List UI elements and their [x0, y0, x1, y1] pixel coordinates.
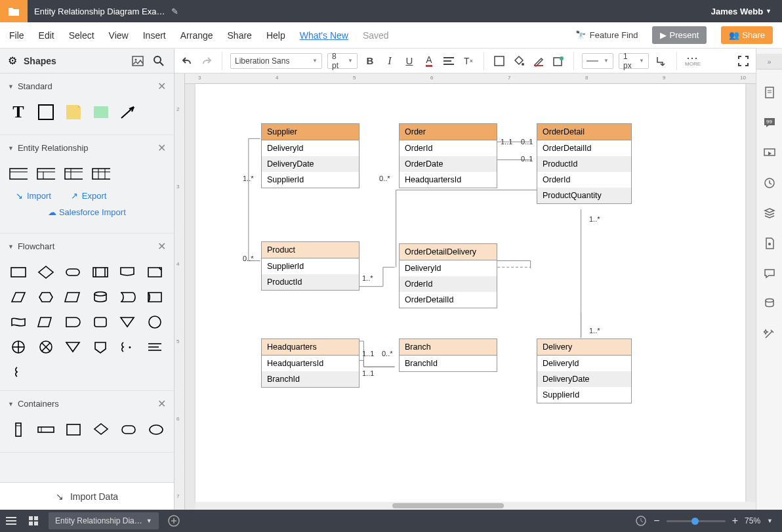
er-shape-1[interactable] — [9, 165, 28, 183]
fill-color-button[interactable] — [512, 54, 526, 68]
autosave-icon[interactable] — [635, 515, 647, 527]
menu-share[interactable]: Share — [228, 30, 252, 41]
text-color-button[interactable]: A — [422, 54, 436, 68]
entity-orderdetail[interactable]: OrderDetail OrderDetailId ProductId Orde… — [537, 123, 632, 204]
comment-icon[interactable]: 99 — [762, 115, 777, 130]
present-button[interactable]: ▶Present — [652, 26, 707, 44]
menu-help[interactable]: Help — [266, 30, 285, 41]
flowchart-shape[interactable] — [64, 288, 82, 306]
document-title[interactable]: Entity Relationship Diagram Exa… — [28, 7, 171, 16]
folder-icon[interactable] — [0, 0, 28, 22]
entity-product[interactable]: Product SupplierId ProductId — [261, 241, 360, 291]
flowchart-shape[interactable] — [91, 288, 110, 306]
chat-icon[interactable] — [762, 266, 777, 281]
flowchart-shape[interactable] — [37, 263, 55, 281]
flowchart-shape[interactable] — [37, 313, 55, 331]
flowchart-shape[interactable] — [9, 263, 28, 281]
er-shape-3[interactable] — [64, 165, 83, 183]
gear-icon[interactable]: ⚙ — [8, 54, 17, 67]
flowchart-shape[interactable] — [118, 263, 136, 281]
page-tab[interactable]: Entity Relationship Dia…▼ — [49, 512, 159, 529]
flowchart-shape[interactable] — [64, 313, 82, 331]
image-icon[interactable] — [131, 54, 145, 68]
history-icon[interactable] — [762, 176, 777, 190]
shape-fill-button[interactable] — [492, 54, 506, 68]
master-icon[interactable] — [762, 236, 777, 251]
canvas[interactable]: 345678910 — [185, 73, 756, 510]
menu-arrange[interactable]: Arrange — [180, 30, 213, 41]
menu-file[interactable]: File — [9, 30, 24, 41]
er-shape-4[interactable] — [92, 165, 110, 183]
flowchart-shape[interactable] — [146, 288, 164, 306]
share-button[interactable]: 👥Share — [721, 26, 773, 44]
panel-standard-header[interactable]: ▼Standard✕ — [0, 73, 174, 99]
import-link[interactable]: ↘Import — [16, 191, 51, 201]
entity-order[interactable]: Order OrderId OrderDate HeadquartersId — [399, 123, 497, 188]
flowchart-shape[interactable] — [146, 263, 164, 281]
flowchart-shape[interactable] — [118, 313, 136, 331]
rect-shape[interactable] — [37, 103, 55, 121]
close-icon[interactable]: ✕ — [157, 240, 166, 253]
import-data-button[interactable]: ↘Import Data — [0, 482, 174, 510]
close-icon[interactable]: ✕ — [157, 142, 166, 154]
zoom-slider[interactable] — [667, 520, 726, 522]
user-menu[interactable]: James Webb▼ — [701, 7, 782, 16]
flowchart-shape[interactable] — [146, 313, 164, 331]
line-route-button[interactable] — [654, 54, 669, 68]
flowchart-shape[interactable] — [91, 313, 110, 331]
more-button[interactable]: ⋯MORE — [685, 54, 701, 67]
list-view-button[interactable] — [0, 516, 22, 525]
font-size-select[interactable]: 8 pt — [327, 53, 358, 69]
page[interactable]: Supplier DeliveryId DeliveryDate Supplie… — [196, 84, 745, 502]
panel-containers-header[interactable]: ▼Containers✕ — [0, 391, 174, 417]
grid-view-button[interactable] — [22, 516, 45, 525]
underline-button[interactable]: U — [402, 54, 417, 68]
line-style-select[interactable] — [582, 53, 613, 69]
page-icon[interactable] — [762, 85, 777, 100]
undo-button[interactable] — [180, 54, 194, 68]
shape-style-button[interactable] — [551, 54, 566, 68]
data-icon[interactable] — [762, 297, 777, 311]
close-icon[interactable]: ✕ — [157, 398, 166, 410]
flowchart-shape[interactable] — [118, 288, 136, 306]
entity-supplier[interactable]: Supplier DeliveryId DeliveryDate Supplie… — [261, 123, 360, 188]
entity-branch[interactable]: Branch BranchId — [399, 338, 497, 372]
presentation-icon[interactable] — [762, 146, 777, 160]
add-page-button[interactable] — [163, 515, 185, 527]
close-icon[interactable]: ✕ — [157, 80, 166, 92]
export-link[interactable]: ↗Export — [71, 191, 107, 201]
font-select[interactable]: Liberation Sans — [230, 53, 322, 69]
flowchart-shape[interactable] — [91, 263, 110, 281]
text-shape[interactable]: T — [9, 103, 28, 121]
arrow-shape[interactable] — [119, 103, 138, 121]
panel-flowchart-header[interactable]: ▼Flowchart✕ — [0, 234, 174, 259]
pencil-icon[interactable]: ✎ — [171, 7, 184, 16]
layers-icon[interactable] — [762, 206, 777, 220]
container-shape[interactable] — [37, 420, 55, 439]
flowchart-shape[interactable] — [91, 338, 110, 356]
block-shape[interactable] — [92, 103, 110, 121]
search-icon[interactable] — [152, 54, 166, 68]
salesforce-import-link[interactable]: ☁ Salesforce Import — [9, 205, 165, 224]
flowchart-shape[interactable] — [9, 363, 28, 381]
flowchart-shape[interactable] — [9, 288, 28, 306]
collapse-dock-button[interactable]: » — [756, 54, 782, 70]
clear-format-button[interactable]: T× — [461, 54, 476, 68]
entity-delivery[interactable]: Delivery DeliveryId DeliveryDate Supplie… — [537, 338, 632, 403]
italic-button[interactable]: I — [382, 54, 397, 68]
bold-button[interactable]: B — [363, 54, 377, 68]
container-shape[interactable] — [9, 420, 28, 439]
zoom-level[interactable]: 75% — [745, 516, 760, 525]
container-shape[interactable] — [92, 420, 110, 439]
container-shape[interactable] — [64, 420, 83, 439]
magic-icon[interactable] — [762, 327, 777, 341]
menu-select[interactable]: Select — [69, 30, 94, 41]
container-shape[interactable] — [119, 420, 138, 439]
flowchart-shape[interactable] — [9, 338, 28, 356]
flowchart-shape[interactable]: • — [118, 338, 136, 356]
flowchart-shape[interactable] — [64, 263, 82, 281]
feature-find[interactable]: 🔭 Feature Find — [575, 30, 638, 40]
menu-view[interactable]: View — [109, 30, 129, 41]
container-shape[interactable] — [147, 420, 165, 439]
fullscreen-button[interactable] — [736, 54, 751, 68]
